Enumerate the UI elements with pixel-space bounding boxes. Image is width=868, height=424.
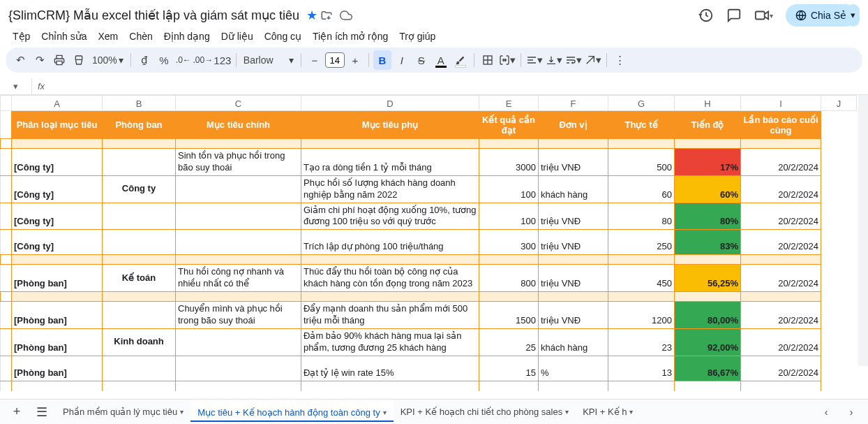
menu-help[interactable]: Trợ giúp bbox=[395, 29, 440, 43]
table-row[interactable]: [Công ty] Sinh tồn và phục hồi trong bão… bbox=[1, 149, 857, 176]
zoom-select[interactable]: 100% ▾ bbox=[89, 54, 126, 66]
col-header-C[interactable]: C bbox=[176, 96, 301, 111]
table-header[interactable]: Thực tế bbox=[608, 111, 675, 139]
col-header-F[interactable]: F bbox=[539, 96, 608, 111]
redo-icon[interactable]: ↷ bbox=[31, 50, 49, 70]
decrease-font-icon[interactable]: − bbox=[306, 50, 324, 70]
col-header-E[interactable]: E bbox=[479, 96, 539, 111]
table-header[interactable]: Tiến độ bbox=[675, 111, 741, 139]
name-box[interactable]: ▾ bbox=[0, 78, 32, 94]
comment-icon[interactable] bbox=[726, 8, 742, 23]
move-icon[interactable] bbox=[320, 9, 333, 22]
sheet-tab[interactable]: Phần mềm quản lý mục tiêu ▾ bbox=[56, 402, 190, 421]
valign-icon[interactable]: ▾ bbox=[545, 50, 563, 70]
col-header-I[interactable]: I bbox=[741, 96, 821, 111]
vertical-scrollbar[interactable] bbox=[858, 95, 868, 366]
table-row[interactable]: [Công ty] Giảm chi phí hoạt động xuống 1… bbox=[1, 203, 857, 230]
bold-button[interactable]: B bbox=[373, 50, 391, 70]
currency-icon[interactable]: ₫ bbox=[135, 50, 154, 70]
col-header-A[interactable]: A bbox=[12, 96, 103, 111]
share-label: Chia Sẻ bbox=[811, 10, 846, 21]
fill-color-button[interactable] bbox=[451, 50, 470, 70]
more-toolbar-icon[interactable]: ⋮ bbox=[611, 50, 629, 70]
col-header-H[interactable]: H bbox=[675, 96, 741, 111]
percent-icon[interactable]: % bbox=[155, 50, 173, 70]
col-header-G[interactable]: G bbox=[608, 96, 675, 111]
title-bar: {SlimCRM} Mẫu excel thiết lập và giám sá… bbox=[0, 0, 868, 28]
borders-icon[interactable] bbox=[479, 50, 497, 70]
menu-tools[interactable]: Công cụ bbox=[260, 29, 306, 43]
sheet-tab[interactable]: Mục tiêu + Kế hoạch hành động toàn công … bbox=[190, 402, 393, 422]
more-formats-icon[interactable]: 123 bbox=[214, 50, 232, 70]
increase-font-icon[interactable]: + bbox=[346, 50, 364, 70]
menu-bar: Tệp Chỉnh sửa Xem Chèn Định dạng Dữ liệu… bbox=[0, 28, 868, 47]
table-row[interactable]: [Công ty] Công ty Phục hồi số lượng khác… bbox=[1, 175, 857, 203]
table-row[interactable]: [Phòng ban] Chuyển mình và phục hồi tron… bbox=[1, 302, 857, 329]
sheet-tab[interactable]: KPI + Kế hoạch chi tiết cho phòng sales … bbox=[394, 402, 576, 421]
table-row[interactable]: [Phòng ban] Kế toán Thu hồi công nợ nhan… bbox=[1, 265, 857, 292]
col-header-B[interactable]: B bbox=[103, 96, 176, 111]
wrap-icon[interactable]: ▾ bbox=[564, 50, 583, 70]
menu-view[interactable]: Xem bbox=[94, 29, 123, 43]
rotate-icon[interactable]: ▾ bbox=[584, 50, 602, 70]
col-header-D[interactable]: D bbox=[301, 96, 479, 111]
history-icon[interactable] bbox=[698, 8, 714, 23]
all-sheets-button[interactable]: ☰ bbox=[31, 401, 53, 423]
col-header-J[interactable]: J bbox=[821, 96, 857, 111]
increase-decimal-icon[interactable]: .00→ bbox=[194, 50, 212, 70]
merge-icon[interactable]: ▾ bbox=[498, 50, 516, 70]
share-dropdown[interactable]: ▾ bbox=[846, 4, 860, 27]
table-header[interactable]: Kết quả cần đạt bbox=[479, 111, 539, 139]
menu-edit[interactable]: Chỉnh sửa bbox=[37, 29, 91, 43]
table-row[interactable]: Đạt được quy mô giao dịch trung bình 50 bbox=[1, 381, 857, 391]
menu-format[interactable]: Định dạng bbox=[160, 29, 214, 43]
menu-data[interactable]: Dữ liệu bbox=[217, 29, 257, 43]
tab-scroll-left[interactable]: ‹ bbox=[815, 401, 837, 423]
fx-icon: fx bbox=[38, 81, 45, 92]
menu-extensions[interactable]: Tiện ích mở rộng bbox=[308, 29, 392, 43]
table-header[interactable]: Đơn vị bbox=[539, 111, 608, 139]
table-header[interactable]: Mục tiêu phụ bbox=[301, 111, 479, 139]
formula-bar: ▾ fx bbox=[0, 78, 868, 95]
tab-scroll-right[interactable]: › bbox=[840, 401, 862, 423]
sheet-tabs-bar: + ☰ Phần mềm quản lý mục tiêu ▾Mục tiêu … bbox=[0, 399, 868, 424]
table-header[interactable]: Mục tiêu chính bbox=[176, 111, 301, 139]
halign-icon[interactable]: ▾ bbox=[525, 50, 544, 70]
svg-rect-0 bbox=[756, 12, 765, 20]
font-size-input[interactable] bbox=[325, 52, 345, 68]
decrease-decimal-icon[interactable]: .0← bbox=[174, 50, 193, 70]
table-header[interactable]: Phòng ban bbox=[103, 111, 176, 139]
table-header[interactable]: Phân loại mục tiêu bbox=[12, 111, 103, 139]
italic-button[interactable]: I bbox=[393, 50, 411, 70]
table-row[interactable]: [Công ty] Trích lập dự phòng 100 triệu/t… bbox=[1, 230, 857, 255]
share-button[interactable]: Chia Sẻ bbox=[786, 4, 856, 27]
text-color-button[interactable]: A bbox=[432, 50, 450, 70]
sheet-tab[interactable]: KPI + Kế h ▾ bbox=[576, 402, 640, 421]
table-row[interactable]: [Phòng ban] Kinh doanh Đảm bảo 90% khách… bbox=[1, 328, 857, 356]
table-row[interactable]: [Phòng ban] Đạt tỷ lệ win rate 15% 15 % … bbox=[1, 356, 857, 381]
document-title[interactable]: {SlimCRM} Mẫu excel thiết lập và giám sá… bbox=[8, 8, 299, 23]
strike-button[interactable]: S bbox=[412, 50, 431, 70]
spreadsheet-grid[interactable]: ABCDEFGHIJPhân loại mục tiêuPhòng banMục… bbox=[0, 95, 868, 391]
table-header[interactable]: Lần báo cáo cuối cùng bbox=[741, 111, 821, 139]
undo-icon[interactable]: ↶ bbox=[11, 50, 29, 70]
star-icon[interactable]: ★ bbox=[306, 8, 317, 23]
menu-insert[interactable]: Chèn bbox=[125, 29, 156, 43]
menu-file[interactable]: Tệp bbox=[8, 29, 34, 43]
add-sheet-button[interactable]: + bbox=[6, 401, 28, 423]
paint-format-icon[interactable] bbox=[70, 50, 88, 70]
meet-icon[interactable]: ▾ bbox=[754, 8, 773, 23]
toolbar: ↶ ↷ 100% ▾ ₫ % .0← .00→ 123 Barlow ▾ − +… bbox=[6, 47, 862, 73]
print-icon[interactable] bbox=[50, 50, 68, 70]
font-select[interactable]: Barlow ▾ bbox=[241, 54, 297, 66]
cloud-icon[interactable] bbox=[340, 9, 352, 22]
